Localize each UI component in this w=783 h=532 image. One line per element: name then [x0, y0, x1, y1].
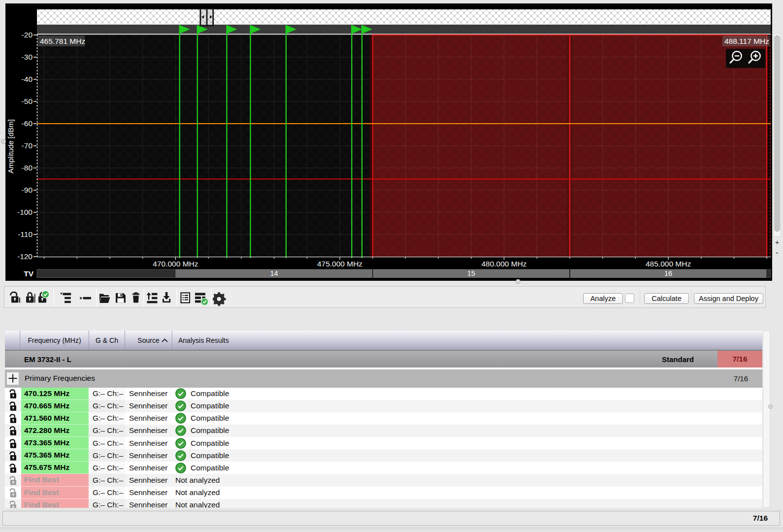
svg-text:488.117 MHz: 488.117 MHz	[724, 37, 769, 45]
svg-text:-50: -50	[22, 97, 33, 105]
svg-text:15: 15	[467, 269, 475, 277]
svg-text:-110: -110	[18, 230, 33, 238]
svg-text:-80: -80	[22, 164, 33, 172]
svg-text:465.781 MHz: 465.781 MHz	[40, 37, 85, 45]
svg-text:-60: -60	[22, 119, 33, 128]
svg-text:-30: -30	[22, 53, 33, 61]
svg-text:-40: -40	[22, 75, 33, 83]
svg-text:14: 14	[270, 269, 278, 277]
svg-text:-: -	[776, 248, 778, 257]
svg-text:475.000 MHz: 475.000 MHz	[317, 260, 362, 268]
svg-text:470.000 MHz: 470.000 MHz	[153, 260, 198, 268]
svg-text:Amplitude [dBm]: Amplitude [dBm]	[6, 119, 15, 173]
svg-text:485.000 MHz: 485.000 MHz	[646, 260, 691, 268]
svg-text:-90: -90	[22, 186, 33, 194]
svg-text:TV: TV	[24, 269, 33, 278]
svg-text:-100: -100	[17, 208, 33, 216]
svg-text:16: 16	[664, 269, 672, 277]
svg-text:-120: -120	[17, 252, 33, 261]
svg-text:-70: -70	[22, 141, 33, 150]
svg-text:+: +	[775, 238, 779, 246]
svg-text:-20: -20	[22, 31, 33, 39]
svg-text:480.000 MHz: 480.000 MHz	[481, 260, 526, 268]
